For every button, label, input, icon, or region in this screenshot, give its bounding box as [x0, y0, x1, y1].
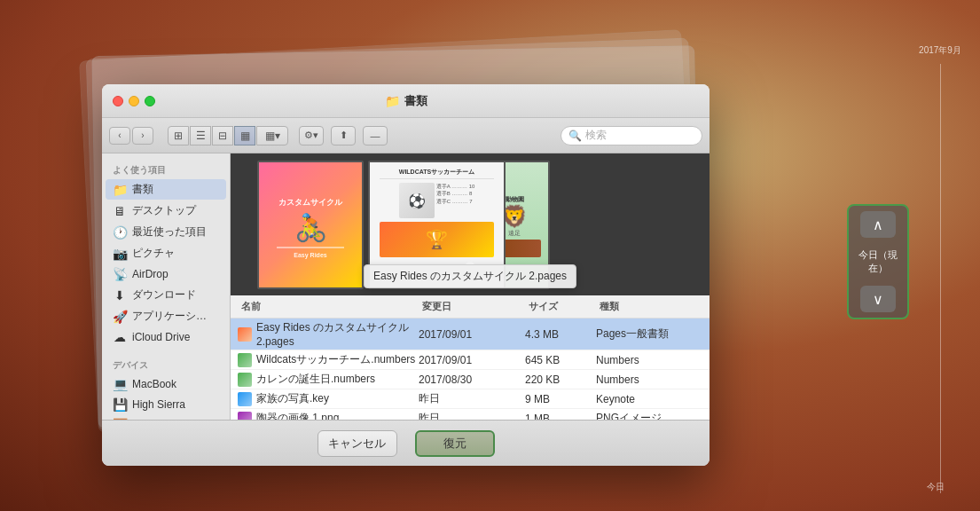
timeline-up-button[interactable]: ∧	[860, 211, 896, 238]
file-type: Numbers	[596, 373, 702, 386]
sidebar-item-desktop[interactable]: 🖥 デスクトップ	[106, 200, 226, 221]
downloads-icon: ⬇	[113, 288, 127, 303]
file-type: Pages一般書類	[596, 326, 702, 342]
bottom-bar: キャンセル 復元	[102, 420, 710, 466]
file-rows-container: Easy Rides のカスタムサイクル 2.pages 2017/09/01 …	[231, 318, 710, 420]
file-name-cell: カレンの誕生日.numbers	[238, 372, 419, 387]
share-button[interactable]: ⬆	[331, 126, 356, 145]
file-row[interactable]: Wildcatsサッカーチーム.numbers 2017/09/01 645 K…	[231, 350, 710, 370]
view-icon-button[interactable]: ⊞	[168, 126, 189, 145]
col-name-header[interactable]: 名前	[238, 298, 419, 315]
file-row[interactable]: Easy Rides のカスタムサイクル 2.pages 2017/09/01 …	[231, 318, 710, 350]
file-list: 名前 変更日 サイズ 種類 Easy Rides のカスタムサイクル 2.pag…	[231, 295, 710, 420]
maximize-button[interactable]	[145, 96, 155, 106]
sidebar-item-highsierra[interactable]: 💾 High Sierra	[106, 395, 226, 414]
file-date: 昨日	[419, 411, 525, 420]
file-type-icon	[238, 412, 252, 421]
sidebar-label-macbook: MacBook	[132, 378, 176, 390]
macbook-icon: 💻	[113, 377, 127, 391]
file-row[interactable]: 家族の写真.key 昨日 9 MB Keynote	[231, 389, 710, 409]
file-name: Wildcatsサッカーチーム.numbers	[256, 352, 415, 367]
gear-icon: ⚙▾	[304, 130, 318, 141]
timeline-year: 2017年9月	[919, 44, 961, 57]
view-buttons: ⊞ ☰ ⊟ ▦ ▦▾	[168, 126, 288, 145]
file-name: 陶器の画像 1.png	[256, 411, 339, 420]
sidebar-item-documents[interactable]: 📁 書類	[106, 179, 226, 200]
list-icon: ☰	[196, 130, 206, 142]
file-row[interactable]: 陶器の画像 1.png 昨日 1 MB PNGイメージ	[231, 409, 710, 420]
view-list-button[interactable]: ☰	[190, 126, 211, 145]
file-name-cell: 陶器の画像 1.png	[238, 411, 419, 420]
cancel-button[interactable]: キャンセル	[318, 430, 397, 457]
timeline-today-bottom: 今日	[927, 481, 945, 493]
file-name-cell: 家族の写真.key	[238, 391, 419, 406]
chevron-down-icon: ∨	[873, 291, 883, 308]
col-date-header[interactable]: 変更日	[419, 298, 525, 315]
sidebar-label-pictures: ピクチャ	[132, 246, 175, 261]
file-size: 4.3 MB	[525, 328, 596, 341]
path-button[interactable]: —	[363, 126, 388, 145]
chevron-up-icon: ∧	[873, 216, 883, 233]
file-list-header: 名前 変更日 サイズ 種類	[231, 295, 710, 318]
window-title: 📁 書類	[385, 93, 427, 109]
view-cover-plus-button[interactable]: ▦▾	[256, 126, 288, 145]
sidebar: よく使う項目 📁 書類 🖥 デスクトップ 🕐 最近使った項目 📷 ピクチャ 📡 …	[102, 153, 231, 420]
sidebar-item-icloud[interactable]: ☁ iCloud Drive	[106, 327, 226, 347]
search-icon: 🔍	[568, 130, 582, 142]
sidebar-item-downloads[interactable]: ⬇ ダウンロード	[106, 285, 226, 305]
finder-window: 📁 書類 ‹ › ⊞ ☰ ⊟ ▦	[102, 84, 710, 466]
back-icon: ‹	[118, 130, 121, 140]
file-row[interactable]: カレンの誕生日.numbers 2017/08/30 220 KB Number…	[231, 370, 710, 389]
sidebar-label-airdrop: AirDrop	[132, 268, 169, 280]
devices-section-header: デバイス	[102, 354, 230, 373]
file-date: 2017/09/01	[419, 328, 525, 341]
file-size: 9 MB	[525, 393, 596, 405]
sidebar-label-recents: 最近使った項目	[132, 224, 207, 240]
timeline-widget: ∧ 今日（現在） ∨	[847, 204, 909, 319]
back-button[interactable]: ‹	[109, 127, 130, 145]
forward-icon: ›	[141, 130, 144, 140]
search-box[interactable]: 🔍 検索	[561, 126, 702, 145]
file-type-icon	[238, 373, 252, 387]
favorites-section-header: よく使う項目	[102, 159, 230, 178]
cover-flow-icon: ▦	[240, 130, 250, 142]
preview-thumb-1[interactable]: カスタムサイクル 🚴 Easy Rides	[257, 161, 364, 289]
forward-button[interactable]: ›	[132, 127, 153, 145]
folder-icon: 📁	[385, 94, 400, 108]
file-date: 2017/09/01	[419, 354, 525, 366]
file-tooltip: Easy Rides のカスタムサイクル 2.pages	[364, 264, 576, 288]
desktop-icon: 🖥	[113, 204, 127, 218]
sidebar-item-airdrop[interactable]: 📡 AirDrop	[106, 264, 226, 284]
right-timeline: 2017年9月 今日	[913, 0, 967, 511]
minimize-button[interactable]	[129, 96, 139, 106]
sidebar-item-macbook[interactable]: 💻 MacBook	[106, 374, 226, 394]
file-type: Numbers	[596, 354, 702, 366]
timeline-today-label: 今日（現在）	[854, 248, 902, 275]
col-size-header[interactable]: サイズ	[525, 298, 596, 315]
icloud-icon: ☁	[113, 330, 127, 344]
nav-buttons: ‹ ›	[109, 127, 153, 145]
file-type-icon	[238, 327, 252, 342]
view-column-button[interactable]: ⊟	[212, 126, 233, 145]
sidebar-label-highsierra: High Sierra	[132, 398, 185, 411]
sidebar-label-desktop: デスクトップ	[132, 203, 196, 218]
file-date: 2017/08/30	[419, 373, 525, 386]
pictures-icon: 📷	[113, 247, 127, 261]
action-button[interactable]: ⚙▾	[299, 126, 324, 145]
applications-icon: 🚀	[113, 310, 127, 324]
sidebar-item-applications[interactable]: 🚀 アプリケーシ…	[106, 306, 226, 326]
sidebar-item-recents[interactable]: 🕐 最近使った項目	[106, 222, 226, 242]
main-content: よく使う項目 📁 書類 🖥 デスクトップ 🕐 最近使った項目 📷 ピクチャ 📡 …	[102, 153, 710, 420]
sidebar-item-pictures[interactable]: 📷 ピクチャ	[106, 243, 226, 263]
sidebar-label-documents: 書類	[132, 182, 153, 197]
col-type-header[interactable]: 種類	[596, 298, 702, 315]
file-area: カスタムサイクル 🚴 Easy Rides WILDCATSサッカーチーム ⚽	[231, 153, 710, 420]
file-size: 1 MB	[525, 413, 596, 421]
view-cover-button[interactable]: ▦	[234, 126, 255, 145]
timeline-down-button[interactable]: ∨	[860, 286, 896, 312]
restore-button[interactable]: 復元	[415, 430, 495, 457]
close-button[interactable]	[113, 96, 123, 106]
preview-area: カスタムサイクル 🚴 Easy Rides WILDCATSサッカーチーム ⚽	[231, 153, 710, 295]
file-size: 220 KB	[525, 373, 596, 386]
highsierra-icon: 💾	[113, 397, 127, 412]
